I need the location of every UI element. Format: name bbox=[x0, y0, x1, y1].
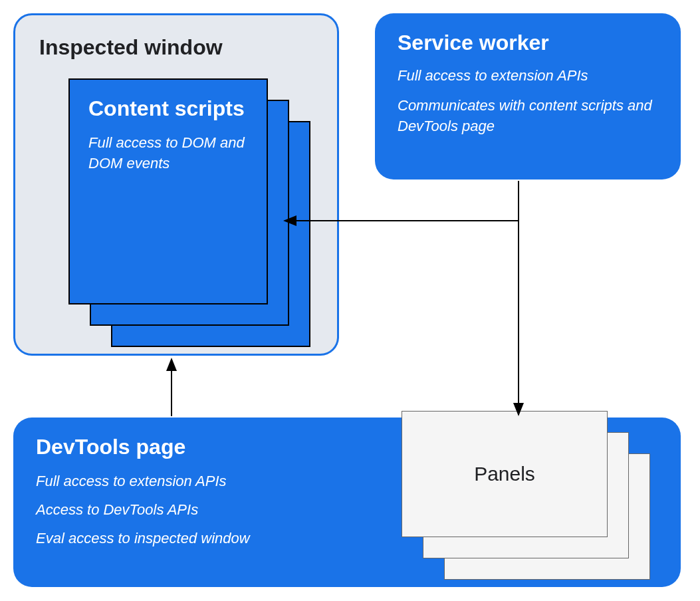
service-worker-box: Service worker Full access to extension … bbox=[375, 13, 681, 180]
architecture-diagram: Inspected window Content scripts Full ac… bbox=[0, 0, 700, 601]
content-scripts-stack: Content scripts Full access to DOM and D… bbox=[68, 78, 294, 344]
panels-card-front: Panels bbox=[402, 411, 608, 537]
panels-title: Panels bbox=[474, 463, 535, 485]
content-scripts-description: Full access to DOM and DOM events bbox=[88, 133, 248, 174]
service-worker-desc2: Communicates with content scripts and De… bbox=[398, 96, 658, 137]
content-scripts-title: Content scripts bbox=[88, 96, 248, 121]
service-worker-desc1: Full access to extension APIs bbox=[398, 66, 658, 86]
inspected-window-title: Inspected window bbox=[39, 35, 313, 60]
panels-stack: Panels bbox=[402, 411, 654, 584]
service-worker-title: Service worker bbox=[398, 31, 658, 55]
devtools-page-box: DevTools page Full access to extension A… bbox=[13, 418, 681, 587]
inspected-window-box: Inspected window Content scripts Full ac… bbox=[13, 13, 339, 356]
content-scripts-card-front: Content scripts Full access to DOM and D… bbox=[68, 78, 268, 304]
